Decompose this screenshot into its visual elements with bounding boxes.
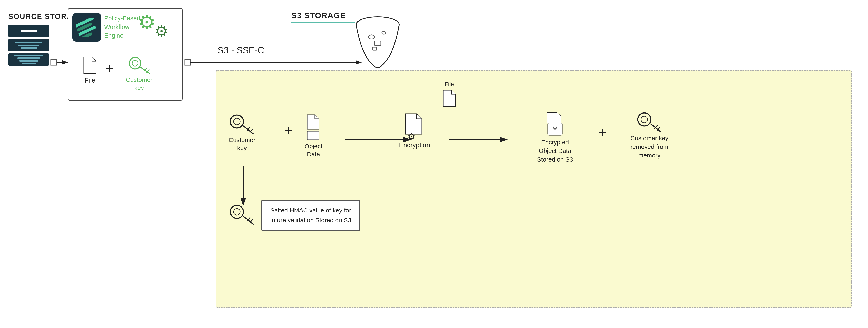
encrypted-object-inner: EncryptedObject DataStored on S3 <box>528 112 582 164</box>
ssec-label: S3 - SSE-C <box>218 45 264 55</box>
file-icon-inner: File <box>442 81 457 108</box>
workflow-engine-label: Policy-BasedWorkflowEngine <box>104 14 141 40</box>
hmac-box: Salted HMAC value of key for future vali… <box>261 200 360 231</box>
customer-key-inner: Customerkey <box>229 114 255 152</box>
file-label-inner: File <box>444 81 454 87</box>
hmac-key-icon <box>229 204 255 225</box>
svg-rect-2 <box>51 60 57 65</box>
storage-unit-1 <box>8 25 49 37</box>
workflow-box: Policy-BasedWorkflowEngine ⚙ ⚙ File + Cu… <box>68 8 183 100</box>
storage-unit-3 <box>8 53 49 66</box>
plus-sign-inner: + <box>284 122 292 138</box>
app-icon <box>72 13 101 42</box>
encryption-label: Encryption <box>399 141 430 149</box>
svg-text:⚙: ⚙ <box>408 131 415 140</box>
svg-point-14 <box>129 57 141 69</box>
gear-icon-2: ⚙ <box>155 22 168 40</box>
svg-point-24 <box>230 115 243 128</box>
encryption-inner: ⚙ Encryption <box>399 112 430 149</box>
svg-point-25 <box>234 118 240 125</box>
object-data-label: ObjectData <box>305 142 322 158</box>
s3-storage-label: S3 STORAGE <box>291 11 346 20</box>
svg-point-38 <box>641 116 648 123</box>
file-label-workflow: File <box>85 77 95 84</box>
object-data-inner: ObjectData <box>305 114 322 158</box>
storage-stack <box>8 25 49 66</box>
svg-point-37 <box>638 113 651 126</box>
plus-sign-workflow: + <box>105 60 114 77</box>
yellow-box: File Customerkey + <box>216 70 852 308</box>
customer-key-label-workflow: Customerkey <box>126 76 153 92</box>
svg-rect-4 <box>185 60 190 65</box>
s3-bucket <box>355 17 400 70</box>
storage-unit-2 <box>8 39 49 51</box>
customer-key-removed-label: Customer keyremoved frommemory <box>630 134 668 160</box>
svg-point-15 <box>132 60 138 66</box>
plus-sign-encrypted: + <box>598 124 607 140</box>
encrypted-object-label: EncryptedObject DataStored on S3 <box>537 138 573 164</box>
gear-icon: ⚙ <box>138 11 156 33</box>
key-icon-workflow: Customerkey <box>126 56 153 92</box>
customer-key-label-inner: Customerkey <box>229 136 255 152</box>
customer-key-removed: Customer keyremoved frommemory <box>621 112 678 160</box>
diagram: SOURCE STORAGE <box>0 0 868 328</box>
file-icon-workflow: File <box>83 56 97 84</box>
svg-point-43 <box>234 209 240 215</box>
svg-point-42 <box>230 205 243 218</box>
svg-rect-29 <box>307 131 319 140</box>
